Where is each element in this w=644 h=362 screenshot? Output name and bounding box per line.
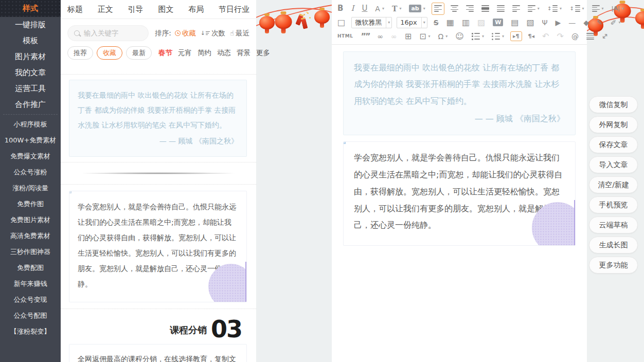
search-input[interactable]: 输入关键字 xyxy=(67,25,149,41)
sidebar-item[interactable]: 公众号配图 xyxy=(0,307,61,323)
style-item-promo-card[interactable]: 全网返佣最高的课程分销，在线选择教育，复制文案/专属海报即可推广，简单操作超高 xyxy=(69,344,247,362)
align-right-button[interactable] xyxy=(464,3,475,14)
sidebar-item[interactable]: 三秒作图神器 xyxy=(0,244,61,260)
sidebar-item[interactable]: 模板 xyxy=(0,33,61,49)
underline-button[interactable]: U xyxy=(360,3,369,14)
emoji-button[interactable]: ☺ xyxy=(454,31,466,42)
sidebar-item[interactable]: 免费配图 xyxy=(0,260,61,276)
format-brush-button[interactable]: ✎ xyxy=(595,17,604,28)
horizontal-rule-button[interactable]: — xyxy=(567,17,577,28)
editor-content-area[interactable]: 我要在最细的雨中 吹出银色的花纹 让所有在场的丁香 都成为你的伴娘 我要张开梧桐… xyxy=(332,44,587,362)
sidebar-item[interactable]: 我的文章 xyxy=(0,65,61,81)
image-library-button[interactable]: ▧ xyxy=(525,17,535,28)
bold-button[interactable]: B xyxy=(336,3,345,14)
tab-节日行业[interactable]: 节日行业 xyxy=(219,5,249,14)
html-source-button[interactable]: HTML xyxy=(336,32,354,40)
filter-link-春节[interactable]: 春节 xyxy=(158,48,172,58)
text-style-button[interactable]: T▾ xyxy=(390,4,403,14)
fullscreen-button[interactable]: ↔ xyxy=(600,31,610,42)
filter-link-更多[interactable]: 更多 xyxy=(256,48,270,58)
remove-link-button[interactable]: ∞ xyxy=(389,31,399,42)
filter-link-背景[interactable]: 背景 xyxy=(237,48,251,58)
mention-button[interactable]: @ xyxy=(570,31,580,42)
sidebar-item[interactable]: 运营工具 xyxy=(0,81,61,97)
indent-button[interactable]: ▾ xyxy=(526,3,541,14)
action-button-更多功能[interactable]: 更多功能 xyxy=(589,257,638,274)
align-lines-button[interactable] xyxy=(585,31,596,42)
undo-button[interactable]: ↶ xyxy=(541,31,550,42)
action-button-手机预览[interactable]: 手机预览 xyxy=(589,196,638,213)
sidebar-item[interactable]: 新年来赚钱 xyxy=(0,276,61,292)
sidebar-item-styles[interactable]: 样式 xyxy=(0,0,61,17)
text-direction-button[interactable]: |A|▾ xyxy=(610,4,626,13)
sort-option[interactable]: ☝最近 xyxy=(230,29,249,38)
word-import-button[interactable]: W xyxy=(491,17,505,28)
strikethrough-button[interactable]: S xyxy=(432,17,440,28)
sidebar-item[interactable]: 图片素材 xyxy=(0,49,61,65)
insert-link-button[interactable]: ∞ xyxy=(375,31,385,42)
sidebar-item[interactable]: 【涨粉裂变】 xyxy=(0,323,61,339)
style-item-section-header[interactable]: 课程分销 03 xyxy=(61,319,242,339)
style-item-poem-card[interactable]: 我要在最细的雨中 吹出银色的花纹 让所有在场的丁香 都成为你的伴娘 我要张开梧桐… xyxy=(69,80,247,157)
action-button-清空/新建[interactable]: 清空/新建 xyxy=(589,176,638,193)
sidebar-item[interactable]: 高清免费素材 xyxy=(0,228,61,244)
action-button-保存文章[interactable]: 保存文章 xyxy=(589,136,638,153)
filter-link-简约[interactable]: 简约 xyxy=(198,48,211,58)
sidebar-item[interactable]: 涨粉/阅读量 xyxy=(0,180,61,196)
ordered-list-button[interactable]: ▾ xyxy=(470,31,486,42)
sidebar-item[interactable]: 100W+免费素材 xyxy=(0,132,61,148)
filter-chip-推荐[interactable]: 推荐 xyxy=(67,46,93,60)
tab-标题[interactable]: 标题 xyxy=(67,5,83,14)
action-button-外网复制[interactable]: 外网复制 xyxy=(589,116,638,133)
paragraph-forward-button[interactable]: ▸¶ xyxy=(510,31,522,41)
indent-right-button[interactable] xyxy=(511,3,522,14)
font-color-button[interactable]: A▾ xyxy=(373,4,386,14)
editor-paragraph-block[interactable]: 学会宽恕别人，就是学会善待自己。仇恨只能永远让我们的心灵生活在黑暗之中;而宽恕，… xyxy=(343,141,576,246)
magic-wand-button[interactable]: ✐▾ xyxy=(609,17,622,28)
filter-chip-最新[interactable]: 最新 xyxy=(126,46,152,60)
tab-引导[interactable]: 引导 xyxy=(128,5,144,14)
filter-chip-收藏[interactable]: 收藏 xyxy=(97,46,122,60)
align-left-button[interactable] xyxy=(432,3,444,15)
sidebar-item[interactable]: 一键排版 xyxy=(0,17,61,33)
sidebar-item[interactable]: 公众号变现 xyxy=(0,292,61,307)
new-doc-button[interactable]: □ xyxy=(336,17,347,28)
filter-link-元宵[interactable]: 元宵 xyxy=(178,48,192,58)
action-button-云端草稿[interactable]: 云端草稿 xyxy=(589,216,638,233)
align-block-button[interactable] xyxy=(480,3,491,14)
image-upload-button[interactable]: ▨ xyxy=(476,17,487,28)
annotation-button[interactable]: ◆ xyxy=(582,17,591,28)
tab-图文[interactable]: 图文 xyxy=(158,5,173,14)
sidebar-item[interactable]: 合作推广 xyxy=(0,97,61,113)
font-family-select[interactable]: 微软雅黑▾ xyxy=(351,17,392,28)
text-block-button[interactable]: ⊞ xyxy=(403,31,413,42)
paragraph-backward-button[interactable]: ¶◂ xyxy=(527,32,536,41)
insert-card-button[interactable]: ⊡▾ xyxy=(418,31,432,42)
insert-image-button[interactable]: ▤ xyxy=(509,17,520,28)
style-item-divider[interactable] xyxy=(61,162,256,184)
tab-布局[interactable]: 布局 xyxy=(188,5,204,14)
editor-poem-block[interactable]: 我要在最细的雨中 吹出银色的花纹 让所有在场的丁香 都成为你的伴娘 我要张开梧桐… xyxy=(343,51,576,135)
sidebar-item[interactable]: 公众号涨粉 xyxy=(0,164,61,180)
align-center-button[interactable] xyxy=(449,3,460,14)
selection-handle[interactable] xyxy=(69,191,71,193)
align-justify-button[interactable] xyxy=(495,3,506,14)
font-size-select[interactable]: 16px▾ xyxy=(397,17,427,28)
filter-link-动态[interactable]: 动态 xyxy=(217,48,231,58)
insert-table-button[interactable]: ▦ xyxy=(445,17,456,28)
highlight-button[interactable]: ab▾ xyxy=(407,3,426,14)
action-button-生成长图[interactable]: 生成长图 xyxy=(589,237,638,254)
sort-option[interactable]: ↓次数 xyxy=(201,29,225,38)
insert-audio-button[interactable]: Ψ xyxy=(541,17,549,28)
redo-button[interactable]: ↷ xyxy=(555,31,565,42)
italic-button[interactable]: I xyxy=(349,3,355,14)
selection-handle[interactable] xyxy=(343,141,346,144)
unordered-list-button[interactable]: ▾ xyxy=(490,31,506,42)
blockquote-button[interactable]: ”” xyxy=(359,31,371,42)
style-item-paragraph-card[interactable]: 学会宽恕别人，就是学会善待自己。仇恨只能永远让我们的心灵生活在黑暗之中;而宽恕，… xyxy=(69,191,247,303)
paragraph-spacing-button[interactable]: ↕▾ xyxy=(568,3,585,14)
sidebar-item[interactable]: 免费爆文素材 xyxy=(0,148,61,164)
sort-option[interactable]: 收藏 xyxy=(175,29,196,38)
line-height-button[interactable]: ↕▾ xyxy=(546,3,563,14)
action-button-导入文章[interactable]: 导入文章 xyxy=(589,156,638,173)
